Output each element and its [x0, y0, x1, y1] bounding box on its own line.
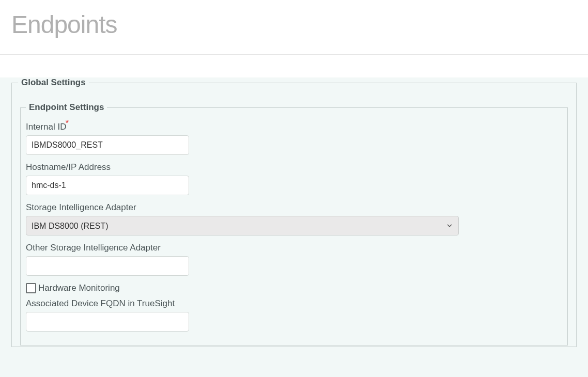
required-asterisk: *: [65, 118, 69, 128]
internal-id-group: Internal ID*: [25, 122, 563, 155]
internal-id-input[interactable]: [26, 135, 189, 155]
internal-id-label: Internal ID*: [26, 122, 69, 132]
global-settings-legend: Global Settings: [18, 77, 89, 88]
internal-id-label-text: Internal ID: [26, 122, 66, 132]
content-region: Global Settings Endpoint Settings Intern…: [0, 77, 588, 377]
adapter-select[interactable]: IBM DS8000 (REST): [26, 216, 459, 235]
endpoint-settings-legend: Endpoint Settings: [26, 102, 107, 113]
header-region: Endpoints: [0, 0, 588, 55]
global-settings-fieldset: Global Settings Endpoint Settings Intern…: [11, 77, 577, 347]
other-adapter-input[interactable]: [26, 256, 189, 276]
hw-monitoring-label: Hardware Monitoring: [38, 283, 120, 293]
assoc-fqdn-group: Associated Device FQDN in TrueSight: [25, 299, 563, 332]
adapter-group: Storage Intelligence Adapter IBM DS8000 …: [25, 202, 563, 235]
other-adapter-group: Other Storage Intelligence Adapter: [25, 243, 563, 276]
endpoint-settings-fieldset: Endpoint Settings Internal ID* Hostname/…: [20, 102, 568, 345]
hostname-input[interactable]: [26, 176, 189, 195]
hw-monitoring-checkbox[interactable]: [26, 283, 36, 293]
hw-monitoring-row: Hardware Monitoring: [25, 283, 563, 293]
assoc-fqdn-input[interactable]: [26, 312, 189, 332]
adapter-label: Storage Intelligence Adapter: [26, 202, 136, 213]
hostname-group: Hostname/IP Address: [25, 162, 563, 195]
hostname-label: Hostname/IP Address: [26, 162, 111, 172]
page-title: Endpoints: [11, 10, 577, 39]
assoc-fqdn-label: Associated Device FQDN in TrueSight: [26, 299, 175, 309]
other-adapter-label: Other Storage Intelligence Adapter: [26, 243, 161, 253]
